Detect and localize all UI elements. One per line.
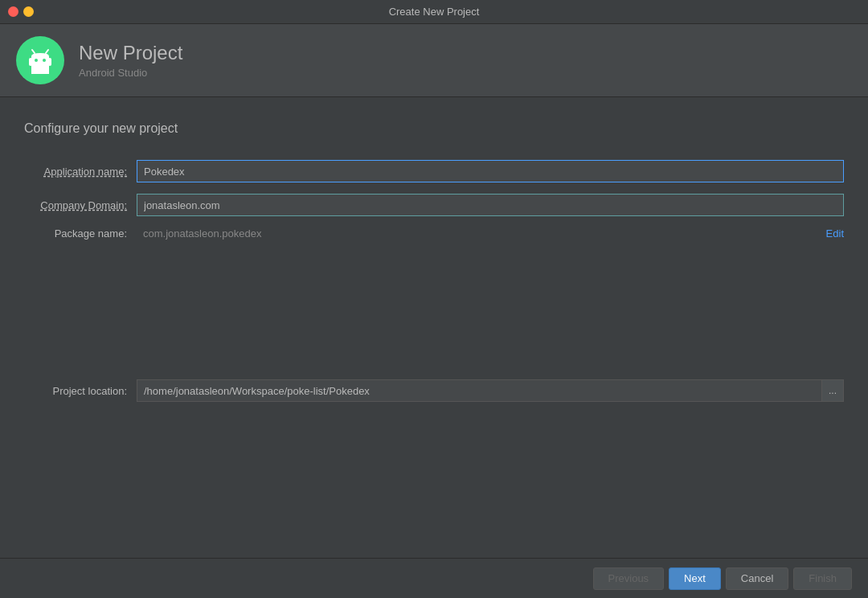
- app-name-label: Application name:: [24, 166, 137, 178]
- android-icon: [25, 45, 55, 76]
- browse-button[interactable]: ...: [821, 379, 844, 402]
- header-section: New Project Android Studio: [0, 24, 868, 97]
- window-controls[interactable]: [8, 6, 34, 17]
- svg-rect-8: [31, 66, 49, 74]
- company-domain-input[interactable]: [137, 194, 844, 216]
- app-name-row: Application name:: [24, 160, 844, 182]
- project-location-row: Project location: ...: [24, 379, 844, 402]
- bottom-bar: Previous Next Cancel Finish: [0, 558, 868, 598]
- close-button[interactable]: [8, 6, 18, 17]
- section-title: Configure your new project: [24, 121, 844, 136]
- package-name-value: com.jonatasleon.pokedex: [137, 227, 820, 240]
- svg-rect-5: [48, 58, 51, 66]
- minimize-button[interactable]: [23, 6, 34, 17]
- svg-point-2: [35, 59, 38, 62]
- edit-package-link[interactable]: Edit: [826, 227, 844, 240]
- android-logo: [16, 36, 64, 84]
- svg-point-3: [43, 59, 46, 62]
- finish-button[interactable]: Finish: [793, 567, 852, 590]
- company-domain-row: Company Domain:: [24, 194, 844, 216]
- company-domain-label: Company Domain:: [24, 199, 137, 211]
- package-name-row: Package name: com.jonatasleon.pokedex Ed…: [24, 227, 844, 240]
- project-location-input[interactable]: [137, 379, 821, 402]
- location-input-wrapper: ...: [137, 379, 844, 402]
- cancel-button[interactable]: Cancel: [726, 567, 788, 590]
- svg-rect-4: [29, 58, 32, 66]
- header-text: New Project Android Studio: [79, 42, 182, 79]
- title-bar: Create New Project: [0, 0, 868, 24]
- previous-button[interactable]: Previous: [593, 567, 665, 590]
- next-button[interactable]: Next: [669, 567, 721, 590]
- main-content: Configure your new project Application n…: [0, 97, 868, 429]
- project-location-label: Project location:: [24, 385, 137, 397]
- svg-line-1: [46, 50, 48, 53]
- app-subtitle: Android Studio: [79, 67, 182, 79]
- app-name: New Project: [79, 42, 182, 65]
- app-name-input[interactable]: [137, 160, 844, 182]
- window-title: Create New Project: [389, 6, 480, 18]
- package-name-label: Package name:: [24, 227, 137, 240]
- svg-line-0: [32, 50, 35, 53]
